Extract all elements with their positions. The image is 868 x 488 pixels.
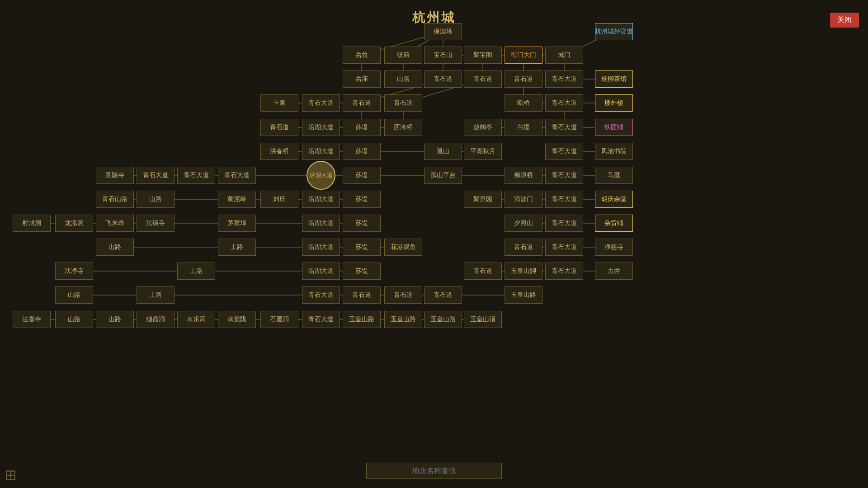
node-failaifeng[interactable]: 飞来峰 [96,215,134,232]
node-yuhuangshanlu2[interactable]: 玉皇山路 [505,286,542,304]
node-fahesi[interactable]: 法喜寺 [13,311,51,328]
node-maojiabu[interactable]: 茅家埠 [218,215,256,232]
node-tulu3[interactable]: 土路 [137,286,175,304]
node-tulu1[interactable]: 土路 [218,239,256,256]
node-fangheting[interactable]: 放鹤亭 [464,119,502,136]
node-fajingsi[interactable]: 法镜寺 [137,215,175,232]
node-sudi5[interactable]: 苏堤 [343,215,381,232]
node-qingshishanlu[interactable]: 青石山路 [96,191,134,208]
node-qingshidadao10[interactable]: 青石大道 [545,191,583,208]
node-gushanplatform[interactable]: 孤山平台 [424,167,462,184]
node-qingshidadao8[interactable]: 青石大道 [218,167,256,184]
node-qingshidao1[interactable]: 青石道 [424,70,462,88]
node-qingshidadao15[interactable]: 青石大道 [302,311,340,328]
node-yuquan[interactable]: 玉泉 [260,94,298,112]
node-qingshidadao5[interactable]: 青石大道 [545,143,583,160]
node-tulu2[interactable]: 土路 [177,263,215,280]
node-longhongdong[interactable]: 龙泓洞 [55,215,93,232]
node-xizhaoshan[interactable]: 夕照山 [505,215,542,232]
node-jubaogerp[interactable]: 聚宝阁 [464,47,502,64]
node-fengchishuyuan[interactable]: 凤池书院 [595,143,633,160]
node-qingshidao6[interactable]: 青石道 [260,119,298,136]
node-qingbomen[interactable]: 清波门 [505,191,542,208]
node-huagangguanyu[interactable]: 花港观鱼 [384,239,422,256]
node-qingshidadao14[interactable]: 青石大道 [302,286,340,304]
node-baosuta[interactable]: 保淑塔 [424,23,462,40]
node-yuhuangshandingm[interactable]: 玉皇山顶 [464,311,502,328]
node-sudi2[interactable]: 苏堤 [343,143,381,160]
node-liulangqiao[interactable]: 柳浪桥 [505,167,542,184]
node-lowaibldg[interactable]: 楼外楼 [595,94,633,112]
node-qingshidao11[interactable]: 青石道 [424,286,462,304]
node-qingshidao10[interactable]: 青石道 [384,286,422,304]
node-yuefeng[interactable]: 岳坟 [343,47,381,64]
node-yuhuangshanlu5[interactable]: 玉皇山路 [424,311,462,328]
node-shanlu1[interactable]: 山路 [384,70,422,88]
node-qingshidao9[interactable]: 青石道 [343,286,381,304]
node-yanhudadao5[interactable]: 沿湖大道 [302,215,340,232]
node-qingshidadao9[interactable]: 青石大道 [545,167,583,184]
node-qingshidadao3[interactable]: 青石大道 [545,94,583,112]
node-qingshidadao12[interactable]: 青石大道 [545,239,583,256]
node-fazhuangsi[interactable]: 法净寺 [55,263,93,280]
node-tiejipu[interactable]: 铁匠铺 [595,119,633,136]
node-sudi7[interactable]: 苏堤 [343,263,381,280]
node-shanlu4[interactable]: 山路 [55,286,93,304]
node-qingshidao5[interactable]: 青石道 [384,94,422,112]
node-qingshidao2[interactable]: 青石道 [464,70,502,88]
node-gujing[interactable]: 古井 [595,263,633,280]
node-baoshishan[interactable]: 宝石山 [424,47,462,64]
node-lingyinsi[interactable]: 灵隐寺 [96,167,134,184]
node-shanlu3[interactable]: 山路 [96,239,134,256]
node-qingshidadao11[interactable]: 青石大道 [545,215,583,232]
node-yanxiadong[interactable]: 烟霞洞 [137,311,175,328]
node-shuiledong[interactable]: 水乐洞 [177,311,215,328]
node-qingshidadao1[interactable]: 青石大道 [545,70,583,88]
node-yanhudadao6[interactable]: 沿湖大道 [302,239,340,256]
node-yanhudadao4[interactable]: 沿湖大道 [302,191,340,208]
node-sudi6[interactable]: 苏堤 [343,239,381,256]
node-shiwudong[interactable]: 石屋洞 [260,311,298,328]
node-duanqiao[interactable]: 断桥 [505,94,542,112]
node-shanlu2[interactable]: 山路 [137,191,175,208]
node-qingshidao7[interactable]: 青石道 [505,239,542,256]
node-yuemiao[interactable]: 岳庙 [343,70,381,88]
node-zahuo[interactable]: 杂货铺 [595,215,633,232]
node-huqingyu[interactable]: 胡庆余堂 [595,191,633,208]
node-qingshidao3[interactable]: 青石道 [505,70,542,88]
node-yuhuangshanlu4[interactable]: 玉皇山路 [384,311,422,328]
node-jujingyuan[interactable]: 聚景园 [464,191,502,208]
node-qiumenm[interactable]: 衔门大门 [505,47,542,64]
node-yanhudadao3c[interactable]: 沿湖大道 [307,161,335,190]
node-yanhudadao1[interactable]: 沿湖大道 [302,119,340,136]
node-qingshidadao7[interactable]: 青石大道 [177,167,215,184]
node-qingshidao8[interactable]: 青石道 [464,263,502,280]
node-hangzhouchengwai[interactable]: 杭州城外官道 [595,23,633,40]
node-chengmen[interactable]: 城门 [545,47,583,64]
node-yuhuangshanlu3[interactable]: 玉皇山路 [343,311,381,328]
node-gushan[interactable]: 孤山 [424,143,462,160]
node-baidi[interactable]: 白堤 [505,119,542,136]
node-yuhuangshanlu[interactable]: 玉皇山脚 [505,263,542,280]
node-malu[interactable]: 马厩 [595,167,633,184]
node-sudi3[interactable]: 苏堤 [343,167,381,184]
node-qingshidadao2[interactable]: 青石大道 [302,94,340,112]
node-qingshidadao6[interactable]: 青石大道 [137,167,175,184]
search-input[interactable] [366,463,502,479]
node-pomiao[interactable]: 破庙 [384,47,422,64]
node-shexudong[interactable]: 射旭洞 [13,215,51,232]
node-manjueding[interactable]: 满觉陇 [218,311,256,328]
node-shanlu6[interactable]: 山路 [96,311,134,328]
node-jingcisi[interactable]: 净慈寺 [595,239,633,256]
node-qingshidadao4[interactable]: 青石大道 [545,119,583,136]
node-shanlu5[interactable]: 山路 [55,311,93,328]
node-xilengqiao[interactable]: 西泠桥 [384,119,422,136]
node-hongchunqiao[interactable]: 洪春桥 [260,143,298,160]
node-yanhudadao2[interactable]: 沿湖大道 [302,143,340,160]
node-qingshidao4[interactable]: 青石道 [343,94,381,112]
node-huangniling[interactable]: 黄泥岭 [218,191,256,208]
node-qingshidadao13[interactable]: 青石大道 [545,263,583,280]
node-yangliuteaguan[interactable]: 杨柳茶馆 [595,70,633,88]
node-sudi4[interactable]: 苏堤 [343,191,381,208]
node-liuzhuang[interactable]: 刘庄 [260,191,298,208]
